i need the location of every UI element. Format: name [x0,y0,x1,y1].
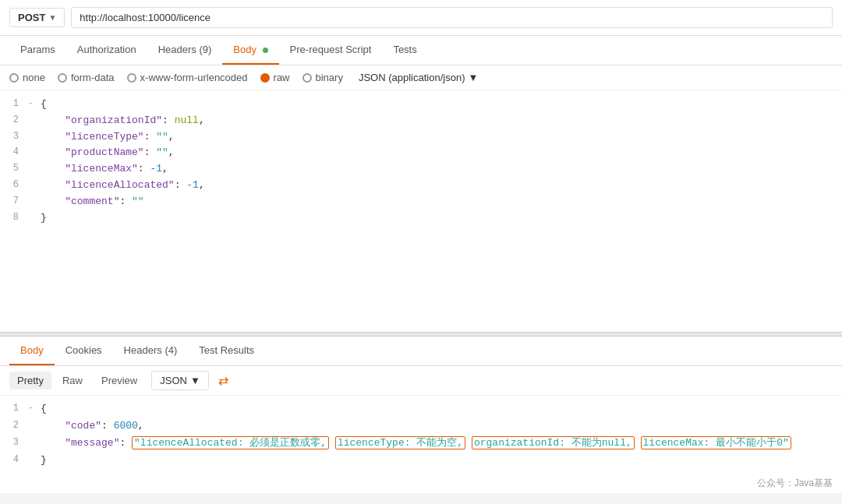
url-bar: POST ▼ [0,0,842,36]
format-preview-btn[interactable]: Preview [94,372,145,389]
empty-editor-space [0,246,842,332]
code-line-6: 6 "licenceAllocated": -1, [0,178,842,194]
radio-urlencoded [127,73,136,83]
code-line-1: 1 - { [0,97,842,113]
response-section: Body Cookies Headers (4) Test Results Pr… [0,337,842,493]
format-raw-btn[interactable]: Raw [55,372,90,389]
body-dot [263,48,268,53]
code-line-3: 3 "licenceType": "", [0,129,842,146]
json-dropdown-arrow: ▼ [468,72,478,83]
resp-tab-body[interactable]: Body [9,337,55,365]
code-line-2: 2 "organizationId": null, [0,113,842,129]
method-select[interactable]: POST ▼ [9,8,65,27]
wrap-icon[interactable]: ⇄ [218,373,228,388]
format-row: Pretty Raw Preview JSON ▼ ⇄ [0,366,842,396]
body-type-none[interactable]: none [9,72,45,83]
response-tabs: Body Cookies Headers (4) Test Results [0,337,842,366]
body-type-binary[interactable]: binary [302,72,343,83]
body-type-urlencoded[interactable]: x-www-form-urlencoded [127,72,248,83]
method-label: POST [18,12,45,23]
error-message-box-2: licenceType: 不能为空, [335,436,465,449]
code-line-7: 7 "comment": "" [0,194,842,210]
tab-headers[interactable]: Headers (9) [147,36,223,65]
error-message-box: "licenceAllocated: 必须是正数或零, [132,436,329,449]
error-message-box-3: organizationId: 不能为null, [472,436,635,449]
resp-tab-cookies[interactable]: Cookies [55,337,113,365]
format-pretty-btn[interactable]: Pretty [9,372,51,389]
radio-none [9,73,19,83]
response-format-arrow: ▼ [190,375,200,386]
tab-params[interactable]: Params [9,36,66,65]
radio-raw [260,73,270,83]
resp-tab-test-results[interactable]: Test Results [188,337,265,365]
resp-line-4: 4 } [0,452,842,469]
error-message-box-4: licenceMax: 最小不能小于0" [641,436,791,449]
json-format-dropdown[interactable]: JSON (application/json) ▼ [359,72,478,83]
tab-body[interactable]: Body [222,36,278,65]
code-line-8: 8 } [0,210,842,227]
response-body: 1 - { 2 "code": 6000, 3 "message": "lice… [0,396,842,474]
request-tabs: Params Authorization Headers (9) Body Pr… [0,36,842,65]
tab-pre-request-script[interactable]: Pre-request Script [279,36,383,65]
radio-binary [302,73,312,83]
tab-tests[interactable]: Tests [382,36,427,65]
body-type-form-data[interactable]: form-data [58,72,115,83]
resp-tab-headers[interactable]: Headers (4) [113,337,189,365]
code-line-5: 5 "licenceMax": -1, [0,161,842,178]
body-type-raw[interactable]: raw [260,72,290,83]
body-type-row: none form-data x-www-form-urlencoded raw… [0,65,842,90]
watermark: 公众号：Java基基 [0,474,842,493]
radio-form-data [58,73,67,83]
resp-line-3: 3 "message": "licenceAllocated: 必须是正数或零,… [0,435,842,452]
code-line-4: 4 "productName": "", [0,145,842,161]
response-json-dropdown[interactable]: JSON ▼ [151,371,209,390]
tab-authorization[interactable]: Authorization [66,36,147,65]
resp-line-2: 2 "code": 6000, [0,418,842,435]
method-dropdown-arrow: ▼ [48,13,56,22]
resp-line-1: 1 - { [0,400,842,418]
url-input[interactable] [71,7,833,28]
request-body-editor[interactable]: 1 - { 2 "organizationId": null, 3 "licen… [0,90,842,246]
